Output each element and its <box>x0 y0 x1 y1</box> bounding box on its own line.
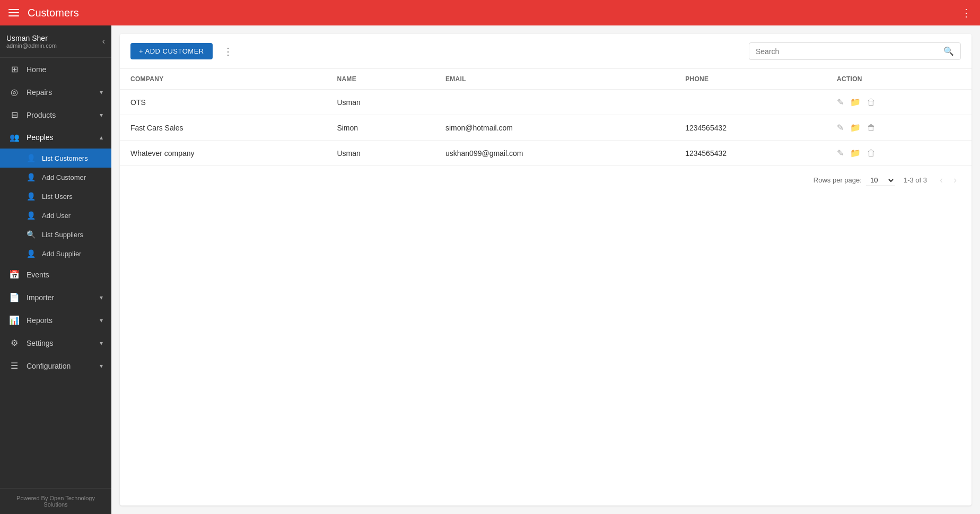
sidebar: Usman Sher admin@admin.com ‹ ⊞ Home ◎ Re… <box>0 25 111 514</box>
cell-company: OTS <box>120 90 326 115</box>
rows-per-page-select[interactable]: 10 25 50 <box>866 175 895 186</box>
table-row: Whatever company Usman uskhan099@gmail.c… <box>120 141 972 166</box>
peoples-icon: 👥 <box>8 133 20 142</box>
sidebar-item-list-users[interactable]: 👤 List Users <box>0 187 111 206</box>
sidebar-footer: Powered By Open Technology Solutions <box>0 488 111 514</box>
delete-icon[interactable]: 🗑 <box>867 98 876 107</box>
sidebar-subitem-label: Add Customer <box>42 173 86 181</box>
sidebar-item-products[interactable]: ⊟ Products ▾ <box>0 103 111 126</box>
cell-company: Fast Cars Sales <box>120 115 326 141</box>
cell-name: Simon <box>326 115 435 141</box>
add-customer-button[interactable]: + ADD CUSTOMER <box>130 43 213 59</box>
sidebar-item-add-customer[interactable]: 👤 Add Customer <box>0 168 111 187</box>
topbar: Customers ⋮ <box>0 0 980 25</box>
edit-icon[interactable]: ✎ <box>837 123 844 133</box>
repairs-icon: ◎ <box>8 87 20 97</box>
table-header-row: Company Name Email Phone Action <box>120 69 972 90</box>
table-row: Fast Cars Sales Simon simon@hotmail.com … <box>120 115 972 141</box>
search-icon: 🔍 <box>943 46 954 56</box>
edit-icon[interactable]: ✎ <box>837 97 844 107</box>
sidebar-subitem-label: List Customers <box>42 154 88 162</box>
sidebar-item-importer[interactable]: 📄 Importer ▾ <box>0 286 111 309</box>
action-icons: ✎ 📁 🗑 <box>837 97 961 107</box>
add-supplier-icon: 👤 <box>27 249 36 258</box>
chevron-up-icon: ▴ <box>100 134 103 141</box>
sidebar-item-label: Home <box>27 65 103 74</box>
panel-header: + ADD CUSTOMER ⋮ 🔍 <box>120 34 972 69</box>
sidebar-item-list-customers[interactable]: 👤 List Customers <box>0 149 111 168</box>
content-panel: + ADD CUSTOMER ⋮ 🔍 Company Name Email Ph… <box>120 34 972 506</box>
panel-more-button[interactable]: ⋮ <box>219 43 237 59</box>
sidebar-item-label: Repairs <box>27 88 93 97</box>
search-input[interactable] <box>756 47 939 56</box>
sidebar-item-add-supplier[interactable]: 👤 Add Supplier <box>0 244 111 263</box>
sidebar-item-peoples[interactable]: 👥 Peoples ▴ <box>0 126 111 149</box>
sidebar-item-home[interactable]: ⊞ Home <box>0 58 111 81</box>
folder-icon[interactable]: 📁 <box>850 123 861 133</box>
action-icons: ✎ 📁 🗑 <box>837 148 961 158</box>
sidebar-item-add-user[interactable]: 👤 Add User <box>0 206 111 225</box>
configuration-icon: ☰ <box>8 361 20 371</box>
cell-action: ✎ 📁 🗑 <box>826 141 972 166</box>
content-area: + ADD CUSTOMER ⋮ 🔍 Company Name Email Ph… <box>111 25 980 514</box>
sidebar-item-reports[interactable]: 📊 Reports ▾ <box>0 309 111 332</box>
cell-email <box>435 90 675 115</box>
folder-icon[interactable]: 📁 <box>850 148 861 158</box>
sidebar-item-label: Configuration <box>27 362 93 370</box>
add-user-icon: 👤 <box>27 211 36 220</box>
cell-phone: 1234565432 <box>675 115 826 141</box>
cell-company: Whatever company <box>120 141 326 166</box>
sidebar-item-configuration[interactable]: ☰ Configuration ▾ <box>0 354 111 377</box>
cell-phone <box>675 90 826 115</box>
chevron-down-icon: ▾ <box>100 339 103 347</box>
sidebar-subitem-label: List Users <box>42 193 73 201</box>
cell-name: Usman <box>326 141 435 166</box>
sidebar-subitem-label: Add User <box>42 212 71 220</box>
list-suppliers-icon: 🔍 <box>27 230 36 239</box>
sidebar-item-label: Events <box>27 271 103 279</box>
sidebar-nav: ⊞ Home ◎ Repairs ▾ ⊟ Products ▾ 👥 People… <box>0 58 111 488</box>
sidebar-item-repairs[interactable]: ◎ Repairs ▾ <box>0 81 111 103</box>
topbar-more-icon[interactable]: ⋮ <box>961 6 972 19</box>
chevron-down-icon: ▾ <box>100 294 103 301</box>
delete-icon[interactable]: 🗑 <box>867 149 876 158</box>
chevron-down-icon: ▾ <box>100 362 103 370</box>
sidebar-item-list-suppliers[interactable]: 🔍 List Suppliers <box>0 225 111 244</box>
settings-icon: ⚙ <box>8 338 20 348</box>
table-row: OTS Usman ✎ 📁 🗑 <box>120 90 972 115</box>
sidebar-item-settings[interactable]: ⚙ Settings ▾ <box>0 332 111 354</box>
edit-icon[interactable]: ✎ <box>837 148 844 158</box>
sidebar-user: Usman Sher admin@admin.com ‹ <box>0 25 111 58</box>
sidebar-collapse-button[interactable]: ‹ <box>102 37 105 46</box>
chevron-down-icon: ▾ <box>100 317 103 324</box>
products-icon: ⊟ <box>8 110 20 120</box>
panel-header-left: + ADD CUSTOMER ⋮ <box>130 43 237 59</box>
topbar-title: Customers <box>28 7 79 19</box>
sidebar-item-label: Settings <box>27 339 93 347</box>
search-box: 🔍 <box>749 42 961 60</box>
next-page-button[interactable]: › <box>949 172 961 188</box>
user-email: admin@admin.com <box>6 42 57 49</box>
sidebar-item-label: Importer <box>27 293 93 302</box>
cell-phone: 1234565432 <box>675 141 826 166</box>
topbar-left: Customers <box>8 7 79 19</box>
page-nav: ‹ › <box>935 172 961 188</box>
sidebar-item-label: Products <box>27 111 93 119</box>
sidebar-item-label: Reports <box>27 316 93 325</box>
cell-email: simon@hotmail.com <box>435 115 675 141</box>
chevron-down-icon: ▾ <box>100 89 103 96</box>
list-customers-icon: 👤 <box>27 154 36 162</box>
user-info: Usman Sher admin@admin.com <box>6 34 57 49</box>
col-phone: Phone <box>675 69 826 90</box>
cell-email: uskhan099@gmail.com <box>435 141 675 166</box>
sidebar-item-events[interactable]: 📅 Events <box>0 263 111 286</box>
topbar-right: ⋮ <box>961 6 972 19</box>
delete-icon[interactable]: 🗑 <box>867 123 876 133</box>
home-icon: ⊞ <box>8 64 20 74</box>
folder-icon[interactable]: 📁 <box>850 97 861 107</box>
menu-icon[interactable] <box>8 9 19 16</box>
rows-per-page: Rows per page: 10 25 50 <box>813 175 895 186</box>
col-company: Company <box>120 69 326 90</box>
prev-page-button[interactable]: ‹ <box>935 172 947 188</box>
customers-table: Company Name Email Phone Action OTS Usma… <box>120 69 972 165</box>
